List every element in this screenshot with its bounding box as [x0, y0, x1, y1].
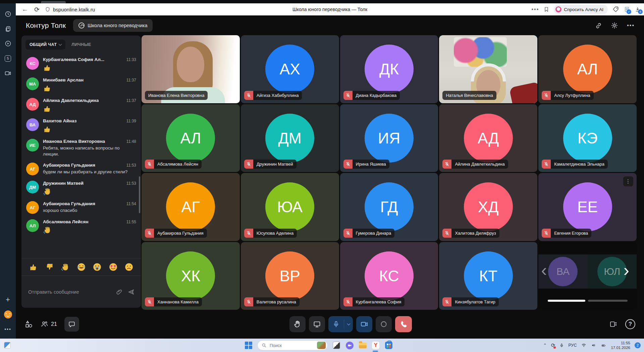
- participant-name: Ханнанова Камилла: [154, 297, 202, 306]
- laugh-reaction-button[interactable]: [77, 262, 86, 272]
- page-title: Школа юного переводчика — Толк: [292, 7, 367, 12]
- send-icon[interactable]: [127, 288, 135, 296]
- message-input[interactable]: [28, 289, 111, 295]
- raise-hand-button[interactable]: [289, 316, 306, 332]
- participant-video-tile[interactable]: Иванова Елена Викторовна: [142, 35, 240, 103]
- tab-counter[interactable]: 5: [4, 54, 12, 62]
- participant-name: Дружинин Матвей: [253, 160, 297, 169]
- participant-tile[interactable]: ДКДиана Кадырбакова: [340, 35, 438, 103]
- heart-eyes-reaction-button[interactable]: [109, 262, 118, 272]
- participant-tile[interactable]: ИЯИрина Яшиева: [340, 104, 438, 172]
- notification-badge[interactable]: 2: [635, 342, 641, 348]
- participant-tile[interactable]: ДМДружинин Матвей: [241, 104, 339, 172]
- participant-tile[interactable]: ГДГумерова Динара: [340, 173, 438, 241]
- header-more-icon[interactable]: •••: [627, 22, 635, 28]
- layout-shapes-icon[interactable]: [24, 320, 33, 329]
- participant-name-pill: Айлина Давлеткильдина: [442, 160, 508, 169]
- participant-tile[interactable]: ЮАЮсупова Аделина: [241, 173, 339, 241]
- ask-alice-button[interactable]: Спросить Алису AI: [554, 5, 608, 14]
- message-text: будем ли мы разбирать и другие стили?: [43, 169, 136, 175]
- screen-share-button[interactable]: [309, 316, 325, 332]
- end-call-button[interactable]: [395, 316, 412, 332]
- record-button[interactable]: [376, 316, 392, 332]
- participant-avatar: ДК: [365, 45, 414, 94]
- participant-tile[interactable]: АДАйлина Давлеткильдина: [439, 104, 537, 172]
- reload-icon[interactable]: ⟳: [34, 6, 40, 13]
- chat-scrollbar[interactable]: [139, 176, 140, 213]
- thumbs-down-reaction-button[interactable]: [45, 262, 54, 272]
- prev-page-icon[interactable]: ‹: [541, 261, 547, 279]
- participant-tile[interactable]: ЕЕ⋮Евгения Егорова: [538, 173, 637, 241]
- start-button[interactable]: [244, 341, 253, 350]
- taskbar-store-icon[interactable]: [384, 341, 393, 350]
- participant-tile[interactable]: ВРВалитова русалина: [241, 242, 339, 310]
- taskbar-corner-icon[interactable]: [4, 342, 11, 349]
- sidebar-more-icon[interactable]: •••: [4, 325, 12, 333]
- room-name-pill[interactable]: Школа юного переводчика: [73, 19, 153, 32]
- frown-reaction-button[interactable]: [124, 262, 133, 272]
- participant-name: Айгиза Хабибуллина: [253, 91, 302, 100]
- tab-general-chat[interactable]: ОБЩИЙ ЧАТ: [25, 40, 65, 50]
- taskbar-search[interactable]: [257, 340, 328, 350]
- history-icon[interactable]: [4, 10, 12, 18]
- participant-tile[interactable]: ХКХаннанова Камилла: [142, 242, 240, 310]
- back-icon[interactable]: ←: [22, 6, 28, 13]
- thumbs-up-reaction-button[interactable]: [29, 262, 38, 272]
- saved-doc-icon[interactable]: ✓: [624, 6, 630, 13]
- camera-button[interactable]: [356, 316, 372, 332]
- chat-toggle-button[interactable]: [64, 317, 79, 332]
- next-page-tile[interactable]: ВАЮЛ‹›: [538, 242, 637, 310]
- extensions-icon[interactable]: [612, 6, 619, 13]
- next-page-icon[interactable]: ›: [624, 261, 629, 279]
- mic-muted-icon: [244, 160, 253, 169]
- participant-tile[interactable]: АХАйгиза Хабибуллина: [241, 35, 339, 103]
- bookmark-icon[interactable]: [544, 6, 549, 12]
- browser-tab[interactable]: [41, 1, 66, 3]
- downloads-icon[interactable]: 4: [635, 6, 641, 13]
- attach-icon[interactable]: [116, 289, 123, 295]
- wifi-icon[interactable]: [581, 343, 587, 348]
- alice-smiley-icon[interactable]: [4, 310, 12, 318]
- taskbar-clock[interactable]: 11:55 17.01.2026: [611, 341, 630, 350]
- view-layout-icon[interactable]: [609, 320, 618, 328]
- language-indicator[interactable]: РУС: [568, 343, 577, 348]
- participant-tile[interactable]: КСКурбангалеева София: [340, 242, 438, 310]
- mic-options-chevron[interactable]: [344, 324, 353, 325]
- search-highlight-thumbnail[interactable]: [317, 342, 326, 349]
- cry-reaction-button[interactable]: [93, 262, 102, 272]
- collections-icon[interactable]: [4, 25, 12, 33]
- participant-video-tile[interactable]: Наталья Вячеславовна: [439, 35, 537, 103]
- taskbar-photos-icon[interactable]: [332, 341, 341, 350]
- microphone-button[interactable]: [328, 316, 353, 332]
- participant-tile[interactable]: КТКинзябулатов Тагир: [439, 242, 537, 310]
- address-bar[interactable]: bspuonline.ktalk.ru: [45, 6, 95, 12]
- participant-tile[interactable]: КЭКамалетдинова Эльнара: [538, 104, 637, 172]
- add-icon[interactable]: +: [4, 296, 12, 304]
- tray-sync-icon[interactable]: ⟳: [551, 342, 555, 348]
- play-icon[interactable]: [4, 40, 12, 48]
- help-button[interactable]: ?: [625, 319, 635, 329]
- toolbar-more-icon[interactable]: •••: [531, 6, 539, 12]
- participant-name-pill: Гумерова Динара: [343, 229, 395, 238]
- taskbar-yandex-browser-icon[interactable]: Y: [371, 341, 380, 350]
- participant-tile[interactable]: АГАубакирова Гульдания: [142, 173, 240, 241]
- search-input[interactable]: [269, 343, 314, 348]
- tab-personal-chat[interactable]: ЛИЧНЫЕ: [71, 42, 91, 47]
- taskbar-explorer-icon[interactable]: [358, 341, 367, 350]
- taskbar-chat-icon[interactable]: [345, 341, 354, 350]
- video-call-icon[interactable]: [4, 69, 12, 77]
- participant-tile[interactable]: ХДХалитова Диляфруз: [439, 173, 537, 241]
- tray-mic-icon[interactable]: [559, 343, 564, 348]
- volume-icon[interactable]: [591, 343, 596, 348]
- copy-link-icon[interactable]: [595, 22, 602, 29]
- participant-tile[interactable]: АЛАбсалямова Лейсян: [142, 104, 240, 172]
- tray-chevron-icon[interactable]: ⌃: [543, 343, 547, 348]
- participants-count[interactable]: 21: [41, 320, 57, 328]
- settings-gear-icon[interactable]: [611, 22, 618, 29]
- tile-menu-icon[interactable]: ⋮: [623, 176, 633, 186]
- battery-icon[interactable]: [601, 343, 606, 348]
- mic-muted-icon: [145, 160, 154, 169]
- wave-reaction-button[interactable]: [61, 262, 70, 272]
- participant-tile[interactable]: АЛАлсу Лутфуллина: [538, 35, 637, 103]
- page-indicator[interactable]: [538, 300, 637, 302]
